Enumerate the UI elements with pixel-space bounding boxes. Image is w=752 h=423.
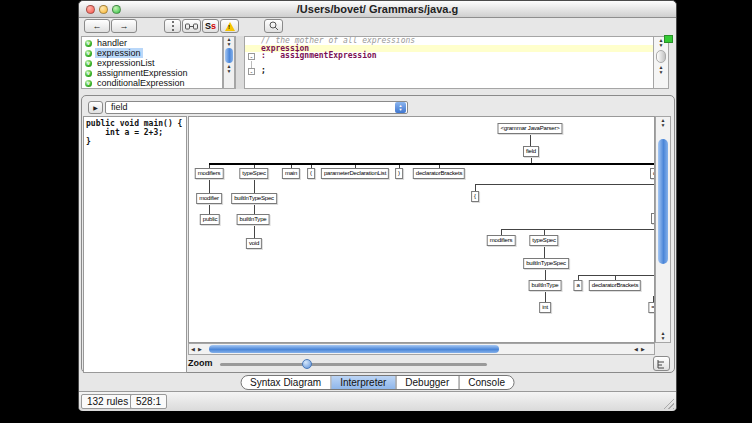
tree-node[interactable]: modifiers	[195, 168, 224, 179]
tree-edge	[475, 184, 655, 185]
tab-interpreter[interactable]: Interpreter	[331, 376, 396, 389]
rule-item-expressionList[interactable]: vexpressionList	[82, 58, 222, 68]
tree-edge	[209, 163, 655, 165]
rules-scrollbar-thumb[interactable]	[225, 48, 233, 63]
zoom-button[interactable]	[112, 5, 121, 14]
tree-node[interactable]: main	[282, 168, 300, 179]
tree-edge	[530, 135, 531, 146]
tree-node[interactable]: a	[573, 280, 582, 291]
tree-node[interactable]: (	[307, 168, 315, 179]
tree-node[interactable]: builtInType	[529, 280, 562, 291]
fold-end-icon[interactable]: -	[248, 68, 255, 75]
scroll-down-icon[interactable]: ▼	[656, 336, 670, 341]
tab-console[interactable]: Console	[459, 376, 514, 389]
editor-scrollbar-thumb[interactable]	[656, 50, 666, 63]
tree-node[interactable]: declaratorBrackets	[413, 168, 465, 179]
tree-node[interactable]: )	[395, 168, 403, 179]
combobox-stepper[interactable]: ▲▼	[395, 102, 406, 113]
sort-rules-button[interactable]	[164, 19, 181, 33]
warning-exclamation: !	[228, 24, 230, 31]
syntax-diagram-button[interactable]	[182, 19, 201, 33]
rule-item-conditionalExpression[interactable]: vconditionalExpression	[82, 78, 222, 88]
tree-edge	[501, 229, 655, 230]
tree-node[interactable]: {	[471, 191, 479, 202]
tree-node[interactable]: modifier	[196, 193, 222, 204]
scroll-right-icon[interactable]: ▶	[641, 346, 645, 352]
tree-node[interactable]: public	[200, 214, 220, 225]
tree-view-toggle-button[interactable]	[653, 356, 670, 371]
close-button[interactable]	[86, 5, 95, 14]
tree-node[interactable]: <grammar JavaParser>	[497, 123, 562, 134]
tree-node[interactable]: builtInTypeSpec	[523, 258, 569, 269]
splitter-handle[interactable]	[235, 36, 245, 89]
scroll-left-icon[interactable]: ◀	[634, 346, 638, 352]
rule-item-handler[interactable]: vhandler	[82, 38, 222, 48]
tree-edge	[209, 180, 210, 193]
rule-ok-icon: v	[85, 60, 92, 67]
editor-scrollbar[interactable]: ▲ ▼ ▲ ▼	[653, 36, 669, 89]
scroll-down-icon[interactable]: ▼	[654, 70, 668, 75]
play-icon: ▶	[93, 104, 98, 111]
tree-node[interactable]: =	[648, 302, 655, 313]
tree-node[interactable]: builtInType	[237, 214, 270, 225]
rule-label: handler	[95, 38, 129, 48]
tree-edge	[254, 180, 255, 193]
rule-item-expression[interactable]: vexpression	[82, 48, 222, 58]
zoom-label: Zoom	[188, 358, 213, 368]
tree-node[interactable]: int	[539, 302, 551, 313]
tree-node[interactable]: field	[523, 146, 539, 157]
scroll-down-icon[interactable]: ▼	[656, 123, 670, 128]
tree-edge	[209, 205, 210, 214]
tree-node[interactable]: typeSpec	[239, 168, 268, 179]
run-interpreter-button[interactable]: ▶	[88, 101, 103, 114]
scroll-left-icon[interactable]: ◀	[191, 346, 195, 352]
parse-tree-area: <grammar JavaParser> field modifiers typ…	[188, 116, 672, 355]
string-literals-button[interactable]: Ss	[202, 19, 219, 33]
tree-node[interactable]: void	[246, 238, 262, 249]
input-line: }	[86, 137, 91, 146]
tree-node[interactable]: modifiers	[487, 235, 516, 246]
zoom-slider-thumb[interactable]	[302, 359, 312, 369]
parse-tree-canvas[interactable]: <grammar JavaParser> field modifiers typ…	[188, 116, 655, 343]
scroll-down-icon[interactable]: ▼	[654, 43, 668, 48]
scroll-down-icon[interactable]: ▼	[224, 42, 234, 47]
grammar-editor[interactable]: // the mother of all expressions express…	[245, 36, 653, 89]
scroll-right-icon[interactable]: ▶	[198, 346, 202, 352]
tab-debugger[interactable]: Debugger	[396, 376, 459, 389]
forward-button[interactable]: →	[111, 19, 137, 33]
ss-red-part: s	[211, 21, 216, 31]
code-line	[245, 60, 653, 68]
tab-syntax-diagram[interactable]: Syntax Diagram	[241, 376, 331, 389]
rules-scrollbar[interactable]: ▲ ▼ ▲ ▼	[223, 36, 235, 89]
input-line: int a = 2+3;	[86, 128, 163, 137]
interpreter-input-textarea[interactable]: public void main() { int a = 2+3; }	[83, 116, 187, 373]
tree-node[interactable]: declaratorBrackets	[589, 280, 641, 291]
tree-edge	[475, 184, 476, 191]
interpreter-panel: ▶ field ▲▼ public void main() { int a = …	[81, 95, 675, 373]
zoom-slider[interactable]	[220, 363, 487, 366]
tree-edge	[254, 226, 255, 238]
tree-vertical-scrollbar[interactable]: ▲ ▼ ▲▼	[655, 116, 671, 343]
title-bar[interactable]: /Users/bovet/ Grammars/java.g	[79, 1, 676, 18]
find-button[interactable]	[264, 19, 283, 33]
back-button[interactable]: ←	[84, 19, 110, 33]
tree-node[interactable]: parameterDeclarationList	[321, 168, 389, 179]
minimize-button[interactable]	[99, 5, 108, 14]
tree-horizontal-scrollbar[interactable]: ◀ ▶ ◀ ▶	[188, 343, 655, 355]
scroll-down-icon[interactable]: ▼	[224, 69, 234, 74]
rule-ok-icon: v	[85, 70, 92, 77]
ss-icon: Ss	[205, 21, 216, 31]
resize-grip[interactable]	[661, 396, 674, 409]
rule-ok-icon: v	[85, 50, 92, 57]
rules-count-badge: 132 rules	[81, 394, 134, 409]
tree-hscrollbar-thumb[interactable]	[209, 345, 499, 353]
fold-start-icon[interactable]: -	[248, 53, 255, 60]
start-rule-combobox[interactable]: field ▲▼	[105, 101, 408, 114]
tree-edge	[254, 205, 255, 214]
input-line: public void main() {	[86, 119, 182, 128]
tree-node[interactable]: builtInTypeSpec	[231, 193, 277, 204]
rule-item-assignmentExpression[interactable]: vassignmentExpression	[82, 68, 222, 78]
tree-node[interactable]: typeSpec	[529, 235, 558, 246]
warnings-button[interactable]: !	[220, 19, 239, 33]
tree-vscrollbar-thumb[interactable]	[658, 139, 668, 264]
